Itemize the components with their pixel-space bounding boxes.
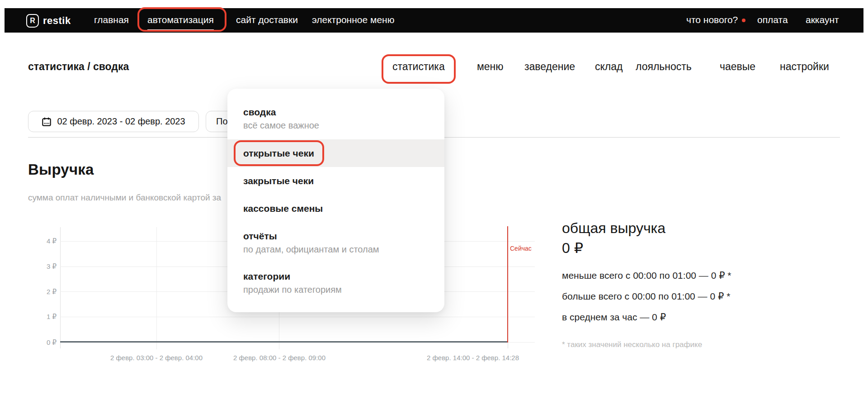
restik-logo-icon: R — [26, 14, 39, 28]
x-axis-tick-2: 2 февр. 08:00 - 2 февр. 09:00 — [207, 354, 352, 362]
menu-item-svodka-subtitle: всё самое важное — [243, 120, 319, 131]
menu-item-zakrytye-cheki[interactable]: закрытые чеки — [243, 176, 314, 186]
now-marker-label: Сейчас — [510, 245, 532, 252]
menu-item-kategorii[interactable]: категории — [243, 271, 290, 282]
revenue-zero-data-line — [60, 341, 508, 343]
section-tab-menyu[interactable]: меню — [477, 61, 504, 73]
y-axis-tick-1: 1 ₽ — [29, 313, 57, 321]
menu-item-otkrytye-cheki-label: открытые чеки — [243, 148, 314, 158]
section-tab-nastrojki[interactable]: настройки — [780, 61, 829, 73]
topnav-item-avtomatizaciya-label: автоматизация — [147, 14, 214, 25]
calendar-icon — [42, 117, 52, 127]
section-tab-sklad[interactable]: склад — [595, 61, 623, 73]
topnav-item-elektronnoe-menyu[interactable]: электронное меню — [312, 14, 394, 25]
menu-item-kategorii-subtitle: продажи по категориям — [243, 285, 342, 295]
total-revenue-value: 0 ₽ — [562, 239, 583, 257]
revenue-section-subtitle: сумма оплат наличными и банковской карто… — [28, 193, 228, 203]
section-tab-statistika-label: статистика — [392, 61, 445, 72]
breadcrumb: статистика / сводка — [28, 61, 129, 73]
gridline-h-1 — [60, 317, 535, 317]
menu-item-otkrytye-cheki[interactable]: открытые чеки — [243, 148, 314, 159]
y-axis-tick-4: 4 ₽ — [29, 237, 57, 245]
now-marker-line — [507, 226, 508, 343]
menu-item-svodka[interactable]: сводка — [243, 107, 276, 118]
zero-axis-extension — [508, 342, 535, 343]
active-tab-underline — [147, 29, 214, 30]
restik-logo[interactable]: R restik — [26, 14, 71, 28]
menu-item-otchyoty-subtitle: по датам, официантам и столам — [243, 244, 379, 255]
topnav-item-glavnaya[interactable]: главная — [94, 14, 129, 25]
restik-logo-text: restik — [43, 15, 71, 27]
gridline-v-1 — [156, 227, 157, 349]
x-axis-tick-3: 2 февр. 14:00 - 2 февр. 14:28 — [401, 354, 545, 362]
y-axis-tick-2: 2 ₽ — [29, 288, 57, 296]
menu-item-kassovye-smeny[interactable]: кассовые смены — [243, 203, 323, 214]
topnav-item-whats-new[interactable]: что нового? — [686, 14, 738, 25]
y-axis-tick-0: 0 ₽ — [29, 338, 57, 347]
topnav-item-sajt-dostavki[interactable]: сайт доставки — [236, 14, 298, 25]
summary-line-min: меньше всего с 00:00 по 01:00 — 0 ₽ * — [562, 270, 731, 281]
section-tab-chaevye[interactable]: чаевые — [720, 61, 755, 73]
summary-footnote: * таких значений несколько на графике — [562, 340, 702, 349]
section-tab-zavedenie[interactable]: заведение — [524, 61, 575, 73]
now-axis-tick — [508, 343, 508, 348]
y-axis-line — [60, 227, 61, 348]
summary-line-max: больше всего с 00:00 по 01:00 — 0 ₽ * — [562, 291, 730, 302]
statistics-dropdown-menu: сводка всё самое важное открытые чеки за… — [227, 89, 444, 312]
section-tab-statistika[interactable]: статистика — [392, 61, 445, 73]
summary-line-avg: в среднем за час — 0 ₽ — [562, 312, 666, 323]
top-navigation-bar: R restik главная автоматизация сайт дост… — [5, 8, 863, 33]
total-revenue-title: общая выручка — [562, 220, 665, 237]
date-range-picker-button[interactable]: 02 февр. 2023 - 02 февр. 2023 — [28, 111, 199, 132]
topnav-item-avtomatizaciya[interactable]: автоматизация — [147, 14, 214, 25]
topnav-item-akkaunt[interactable]: аккаунт — [806, 14, 839, 25]
revenue-section-title: Выручка — [28, 161, 94, 178]
section-tab-loyalnost[interactable]: лояльность — [636, 61, 692, 73]
topnav-item-oplata[interactable]: оплата — [757, 14, 788, 25]
y-axis-tick-3: 3 ₽ — [29, 262, 57, 271]
date-range-label: 02 февр. 2023 - 02 февр. 2023 — [57, 116, 185, 127]
menu-item-otchyoty[interactable]: отчёты — [243, 231, 277, 242]
